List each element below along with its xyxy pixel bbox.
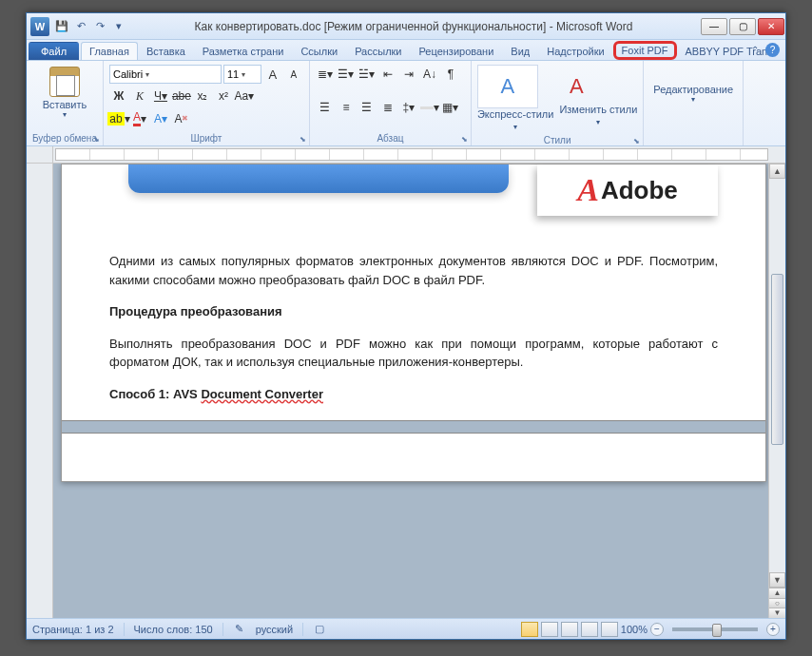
- tab-mailings[interactable]: Рассылки: [346, 42, 410, 60]
- align-left-button[interactable]: ☰: [316, 98, 335, 117]
- shrink-font-icon[interactable]: A: [284, 65, 303, 84]
- document-page-1: AAdobe Одними из самых популярных формат…: [61, 164, 766, 482]
- fullscreen-view-button[interactable]: [541, 622, 558, 637]
- minimize-button[interactable]: —: [701, 18, 727, 35]
- superscript-button[interactable]: x²: [214, 87, 233, 106]
- doc-heading-procedure: Процедура преобразования: [109, 302, 718, 321]
- subscript-button[interactable]: x₂: [193, 87, 212, 106]
- editing-label: [649, 133, 737, 144]
- scroll-thumb[interactable]: [771, 274, 783, 445]
- print-layout-view-button[interactable]: [521, 622, 538, 637]
- page-viewport[interactable]: AAdobe Одними из самых популярных формат…: [53, 164, 768, 618]
- line-spacing-button[interactable]: ‡▾: [399, 98, 418, 117]
- shading-button[interactable]: ▾: [420, 98, 439, 117]
- scroll-track[interactable]: [769, 179, 785, 572]
- font-size-combo[interactable]: 11▾: [223, 65, 261, 84]
- proofing-icon[interactable]: ✎: [233, 623, 246, 636]
- adobe-logo: AAdobe: [537, 164, 718, 216]
- zoom-slider[interactable]: [672, 627, 758, 631]
- web-layout-view-button[interactable]: [561, 622, 578, 637]
- tab-insert[interactable]: Вставка: [138, 42, 194, 60]
- italic-button[interactable]: К: [130, 87, 149, 106]
- horizontal-ruler[interactable]: [55, 148, 768, 161]
- group-editing: Редактирование ▾: [644, 61, 744, 145]
- paragraph-launcher-icon[interactable]: ⬊: [461, 135, 468, 144]
- numbering-button[interactable]: ☰▾: [337, 65, 356, 84]
- tab-addins[interactable]: Надстройки: [538, 42, 612, 60]
- redo-icon[interactable]: ↷: [91, 18, 108, 35]
- sort-button[interactable]: A↓: [420, 65, 439, 84]
- show-marks-button[interactable]: ¶: [441, 65, 460, 84]
- multilevel-button[interactable]: ☱▾: [358, 65, 377, 84]
- underline-button[interactable]: Ч▾: [151, 87, 170, 106]
- prev-page-button[interactable]: ▲: [769, 588, 785, 598]
- scroll-down-icon[interactable]: ▼: [769, 572, 785, 588]
- increase-indent-button[interactable]: ⇥: [399, 65, 418, 84]
- zoom-in-button[interactable]: +: [766, 623, 780, 636]
- undo-icon[interactable]: ↶: [72, 18, 89, 35]
- status-language[interactable]: русский: [256, 624, 293, 635]
- justify-button[interactable]: ≣: [378, 98, 397, 117]
- vertical-scrollbar: ▲ ▼ ▲ ○ ▼: [768, 164, 785, 618]
- zoom-level[interactable]: 100%: [621, 624, 648, 635]
- close-button[interactable]: ✕: [758, 18, 784, 35]
- zoom-out-button[interactable]: −: [650, 623, 664, 636]
- align-center-button[interactable]: ≡: [337, 98, 356, 117]
- text-effects-button[interactable]: A▾: [151, 109, 170, 128]
- tab-file[interactable]: Файл: [29, 42, 79, 60]
- borders-button[interactable]: ▦▾: [441, 98, 460, 117]
- tab-references[interactable]: Ссылки: [292, 42, 346, 60]
- change-case-button[interactable]: Aa▾: [235, 87, 254, 106]
- font-color-button[interactable]: A▾: [130, 109, 149, 128]
- vertical-ruler[interactable]: [27, 164, 53, 618]
- maximize-button[interactable]: ▢: [729, 18, 756, 35]
- styles-gallery-icon: A: [477, 65, 538, 108]
- paste-button[interactable]: Вставить ▾: [32, 65, 97, 121]
- tab-layout[interactable]: Разметка страни: [194, 42, 293, 60]
- font-name-combo[interactable]: Calibri▾: [109, 65, 222, 84]
- status-word-count[interactable]: Число слов: 150: [134, 624, 213, 635]
- quick-styles-button[interactable]: A Экспресс-стили▾: [477, 65, 553, 131]
- doc-paragraph-2: Выполнять преобразования DOC и PDF можно…: [109, 335, 718, 372]
- clear-format-button[interactable]: A✖: [172, 109, 191, 128]
- document-area: AAdobe Одними из самых популярных формат…: [27, 164, 785, 618]
- minimize-ribbon-icon[interactable]: ⌃: [751, 45, 759, 55]
- bold-button[interactable]: Ж: [109, 87, 128, 106]
- change-styles-button[interactable]: A Изменить стили▾: [559, 69, 637, 126]
- decrease-indent-button[interactable]: ⇤: [378, 65, 397, 84]
- draft-view-button[interactable]: [601, 622, 618, 637]
- tab-home[interactable]: Главная: [81, 42, 138, 60]
- help-icon[interactable]: ?: [765, 43, 780, 57]
- page-break: [62, 420, 765, 434]
- ribbon-tabs: Файл Главная Вставка Разметка страни Ссы…: [27, 40, 785, 61]
- font-launcher-icon[interactable]: ⬊: [300, 135, 306, 144]
- editing-button[interactable]: Редактирование ▾: [649, 65, 737, 122]
- font-label: Шрифт⬊: [109, 133, 303, 144]
- group-styles: A Экспресс-стили▾ A Изменить стили▾ Стил…: [472, 61, 644, 145]
- header-graphic-bar: [128, 164, 509, 193]
- grow-font-icon[interactable]: A: [263, 65, 282, 84]
- group-clipboard: Вставить ▾ Буфер обмена⬊: [27, 61, 104, 145]
- statusbar: Страница: 1 из 2 Число слов: 150 ✎ русск…: [27, 618, 785, 639]
- save-icon[interactable]: 💾: [53, 18, 70, 35]
- clipboard-launcher-icon[interactable]: ⬊: [93, 135, 100, 144]
- align-right-button[interactable]: ☰: [358, 98, 377, 117]
- document-page-2: [109, 434, 718, 481]
- outline-view-button[interactable]: [581, 622, 598, 637]
- next-page-button[interactable]: ▼: [769, 608, 785, 618]
- ruler-corner: [27, 146, 53, 163]
- qat-more-icon[interactable]: ▾: [110, 18, 127, 35]
- scroll-up-icon[interactable]: ▲: [769, 164, 785, 179]
- strike-button[interactable]: abe: [172, 87, 191, 106]
- status-page[interactable]: Страница: 1 из 2: [32, 624, 114, 635]
- app-window: W 💾 ↶ ↷ ▾ Как конвертировать.doc [Режим …: [26, 12, 786, 640]
- clipboard-label: Буфер обмена⬊: [32, 133, 97, 144]
- macro-record-icon[interactable]: ▢: [313, 623, 326, 636]
- styles-launcher-icon[interactable]: ⬊: [633, 137, 640, 145]
- browse-object-button[interactable]: ○: [769, 598, 785, 608]
- tab-foxit-pdf[interactable]: Foxit PDF: [613, 41, 677, 60]
- highlight-button[interactable]: ab▾: [109, 109, 128, 128]
- bullets-button[interactable]: ≣▾: [316, 65, 335, 84]
- tab-view[interactable]: Вид: [502, 42, 538, 60]
- tab-review[interactable]: Рецензировани: [411, 42, 503, 60]
